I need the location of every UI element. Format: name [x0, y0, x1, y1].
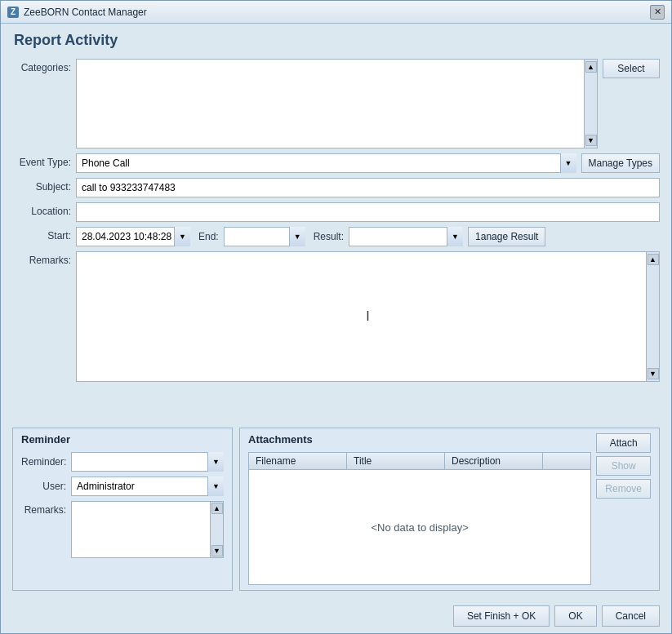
reminder-select[interactable]: [71, 452, 224, 472]
event-type-select-wrapper: Phone Call ▼: [76, 153, 576, 173]
user-select-wrapper: Administrator ▼: [71, 477, 224, 496]
start-datetime-dropdown[interactable]: ▼: [174, 227, 190, 246]
remarks-scrollbar[interactable]: ▲ ▼: [646, 252, 659, 381]
no-data-text: <No data to display>: [372, 521, 469, 534]
form-content: Categories: ▲ ▼ Select Event Type: Phone…: [1, 55, 671, 599]
location-label: Location:: [12, 202, 71, 217]
categories-scrollbar[interactable]: ▲ ▼: [584, 60, 597, 148]
remarks-scroll-down[interactable]: ▼: [648, 368, 659, 379]
manage-types-button[interactable]: Manage Types: [581, 153, 661, 173]
attachments-table-header: Filename Title Description: [248, 452, 591, 469]
end-select-wrapper: ▼: [224, 227, 305, 246]
user-select[interactable]: Administrator: [71, 477, 224, 496]
close-button[interactable]: ✕: [650, 5, 665, 20]
reminder-reminder-row: Reminder: ▼: [21, 452, 224, 472]
reminder-select-wrapper: ▼: [71, 452, 224, 472]
manage-result-button[interactable]: 1anage Result: [468, 227, 545, 246]
categories-row: Categories: ▲ ▼ Select: [12, 59, 660, 149]
start-datetime-input[interactable]: [76, 227, 190, 246]
attachments-table-area: Attachments Filename Title Description <…: [248, 433, 591, 585]
reminder-remarks-scroll-down[interactable]: ▼: [211, 545, 223, 556]
cancel-button[interactable]: Cancel: [602, 605, 660, 627]
result-select[interactable]: [349, 227, 463, 246]
select-button[interactable]: Select: [603, 59, 660, 78]
reminder-remarks-scrollbar[interactable]: ▲ ▼: [210, 502, 223, 557]
reminder-user-label: User:: [21, 481, 66, 492]
remove-button[interactable]: Remove: [596, 479, 651, 499]
filename-col-header: Filename: [249, 453, 347, 469]
title-col-header: Title: [347, 453, 445, 469]
reminder-reminder-label: Reminder:: [21, 456, 66, 468]
reminder-user-row: User: Administrator ▼: [21, 477, 224, 496]
attachments-panel-title: Attachments: [248, 433, 591, 446]
set-finish-ok-button[interactable]: Set Finish + OK: [453, 605, 550, 627]
remarks-box: ▲ ▼ I: [76, 251, 660, 382]
start-label: Start:: [12, 227, 71, 242]
categories-label: Categories:: [12, 59, 71, 73]
scroll-down-arrow[interactable]: ▼: [585, 135, 597, 146]
subject-input[interactable]: [76, 178, 660, 197]
reminder-remarks-textarea[interactable]: [72, 502, 210, 557]
bottom-section: Reminder Reminder: ▼ User:: [12, 428, 660, 591]
reminder-panel: Reminder Reminder: ▼ User:: [12, 428, 233, 591]
end-label: End:: [198, 231, 219, 242]
event-type-row: Event Type: Phone Call ▼ Manage Types: [12, 153, 660, 173]
page-title: Report Activity: [1, 24, 671, 55]
attach-buttons: Attach Show Remove: [596, 433, 651, 585]
remarks-scroll-up[interactable]: ▲: [648, 254, 659, 265]
reminder-remarks-box: ▲ ▼: [71, 501, 224, 558]
window-title: ZeeBORN Contact Manager: [24, 7, 147, 18]
attachments-panel: Attachments Filename Title Description <…: [239, 428, 660, 591]
attachments-table-body: <No data to display>: [248, 469, 591, 585]
result-label: Result:: [314, 231, 344, 242]
attach-button[interactable]: Attach: [596, 433, 651, 453]
app-icon: Z: [7, 7, 19, 18]
location-input[interactable]: [76, 202, 660, 222]
footer-buttons: Set Finish + OK OK Cancel: [1, 599, 671, 633]
scroll-up-arrow[interactable]: ▲: [585, 61, 597, 73]
remarks-textarea[interactable]: [77, 252, 646, 381]
title-bar: Z ZeeBORN Contact Manager ✕: [1, 1, 671, 24]
reminder-remarks-row: Remarks: ▲ ▼: [21, 501, 224, 558]
event-type-select[interactable]: Phone Call: [76, 153, 576, 173]
ok-button[interactable]: OK: [554, 605, 596, 627]
end-select[interactable]: [224, 227, 305, 246]
start-row: Start: ▼ End: ▼ Result:: [12, 227, 660, 246]
start-datetime-wrapper: ▼: [76, 227, 190, 246]
subject-row: Subject:: [12, 178, 660, 197]
subject-label: Subject:: [12, 178, 71, 193]
result-select-wrapper: ▼: [349, 227, 463, 246]
reminder-remarks-label: Remarks:: [21, 501, 66, 516]
categories-box[interactable]: ▲ ▼: [76, 59, 598, 149]
main-window: Z ZeeBORN Contact Manager ✕ Report Activ…: [0, 0, 672, 634]
remarks-label: Remarks:: [12, 251, 71, 266]
remarks-row: Remarks: ▲ ▼ I: [12, 251, 660, 421]
description-col-header: Description: [445, 453, 543, 469]
extra-col-header: [543, 453, 590, 469]
show-button[interactable]: Show: [596, 456, 651, 476]
reminder-remarks-scroll-up[interactable]: ▲: [211, 503, 223, 514]
reminder-panel-title: Reminder: [21, 433, 224, 446]
event-type-label: Event Type:: [12, 153, 71, 168]
location-row: Location:: [12, 202, 660, 222]
